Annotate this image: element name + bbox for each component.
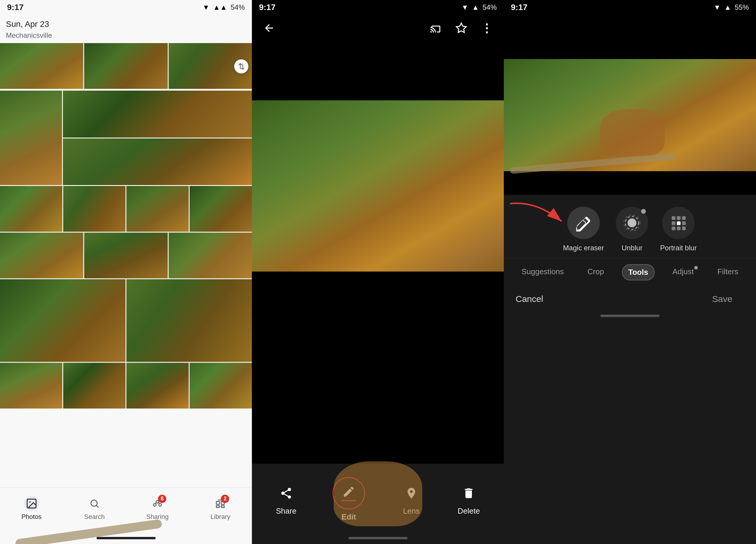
svg-point-12	[628, 219, 636, 227]
sharing-badge: 8	[158, 495, 166, 503]
delete-label: Delete	[458, 506, 480, 516]
more-button[interactable]: ⋮	[478, 20, 495, 36]
svg-rect-21	[682, 216, 686, 220]
photo-cell-6[interactable]	[63, 139, 252, 185]
photo-cell-16[interactable]	[0, 363, 62, 408]
photo-cell-4[interactable]	[0, 91, 62, 185]
svg-rect-17	[672, 227, 676, 231]
signal-icon-2: ▲	[472, 3, 479, 12]
date-label: Sun, Apr 23	[0, 15, 252, 31]
portrait-blur-icon	[669, 214, 687, 232]
edit-actions: Cancel Save	[504, 283, 756, 315]
status-bar-1: 9:17 ▼ ▲▲ 54%	[0, 0, 252, 15]
photo-cell-11[interactable]	[0, 233, 83, 278]
photos-grid-area: Sun, Apr 23 Mechanicsville ⇅	[0, 15, 252, 487]
edit-black-mid	[504, 171, 756, 195]
photo-cell-12[interactable]	[84, 233, 167, 278]
tab-suggestions[interactable]: Suggestions	[516, 264, 570, 280]
photo-cell-1[interactable]	[0, 43, 83, 89]
back-button[interactable]	[261, 20, 277, 36]
edit-panel: 9:17 ▼ ▲ 55%	[504, 0, 756, 544]
unblur-label: Unblur	[622, 244, 643, 252]
library-label: Library	[211, 513, 230, 521]
tab-adjust[interactable]: Adjust	[667, 264, 700, 280]
cancel-button[interactable]: Cancel	[516, 294, 543, 304]
scroll-button[interactable]: ⇅	[234, 59, 248, 74]
sharing-icon: 8	[150, 496, 165, 511]
share-label: Share	[276, 506, 296, 516]
photo-cell-14[interactable]	[0, 279, 126, 362]
svg-rect-23	[682, 227, 686, 231]
unblur-icon	[623, 214, 641, 232]
svg-point-2	[91, 500, 97, 506]
status-icons-2: ▼ ▲ 54%	[461, 3, 497, 12]
viewer-photo[interactable]	[252, 100, 504, 272]
red-arrow	[507, 198, 566, 230]
status-bar-2: 9:17 ▼ ▲ 54%	[252, 0, 504, 15]
viewer-toolbar-icons: ⋮	[428, 20, 495, 36]
photo-cell-5[interactable]	[63, 91, 252, 138]
home-indicator-area-3	[504, 315, 756, 329]
photo-cell-19[interactable]	[190, 363, 252, 408]
svg-marker-10	[456, 23, 466, 32]
viewer-black-bottom	[252, 272, 504, 464]
unblur-tool[interactable]: Unblur	[616, 207, 648, 252]
status-bar-3: 9:17 ▼ ▲ 55%	[504, 0, 756, 15]
photo-cell-9[interactable]	[126, 186, 189, 232]
status-icons-3: ▼ ▲ 55%	[713, 3, 749, 12]
photos-panel: 9:17 ▼ ▲▲ 54% Sun, Apr 23 Mechanicsville…	[0, 0, 252, 544]
photos-icon	[24, 496, 39, 511]
svg-rect-9	[221, 506, 224, 507]
magic-eraser-label: Magic eraser	[563, 244, 604, 252]
delete-icon	[458, 483, 479, 504]
status-icons-1: ▼ ▲▲ 54%	[203, 3, 245, 12]
battery-1: 54%	[231, 3, 245, 12]
photo-cell-2[interactable]	[84, 43, 167, 89]
portrait-blur-icon-circle	[662, 207, 695, 239]
time-1: 9:17	[7, 3, 24, 12]
home-indicator-area-2	[252, 535, 504, 544]
photo-cell-13[interactable]	[169, 233, 252, 278]
tab-filters[interactable]: Filters	[711, 264, 744, 280]
photo-cell-10[interactable]	[190, 186, 252, 232]
battery-2: 54%	[483, 3, 497, 12]
edit-photo[interactable]	[504, 59, 756, 171]
nav-library[interactable]: 2 Library	[189, 496, 252, 521]
nav-photos[interactable]: Photos	[0, 496, 63, 521]
cast-button[interactable]	[428, 20, 444, 36]
magic-eraser-icon-circle	[567, 207, 600, 239]
photo-cell-17[interactable]	[63, 363, 126, 408]
wifi-icon-3: ▼	[713, 3, 721, 12]
unblur-icon-circle	[616, 207, 648, 239]
photos-label: Photos	[21, 513, 42, 521]
favorite-button[interactable]	[453, 20, 470, 36]
tab-crop[interactable]: Crop	[581, 264, 610, 280]
photo-cell-18[interactable]	[126, 363, 189, 408]
time-2: 9:17	[259, 3, 276, 12]
portrait-blur-tool[interactable]: Portrait blur	[660, 207, 697, 252]
wifi-icon-2: ▼	[461, 3, 468, 12]
svg-rect-16	[672, 222, 676, 225]
tab-tools[interactable]: Tools	[622, 264, 655, 280]
photo-cell-15[interactable]	[126, 279, 252, 362]
delete-button[interactable]: Delete	[458, 483, 480, 516]
svg-rect-6	[216, 501, 220, 504]
viewer-black-top	[252, 41, 504, 100]
svg-rect-22	[682, 222, 686, 225]
svg-rect-8	[216, 506, 220, 507]
magic-eraser-tool[interactable]: Magic eraser	[563, 207, 604, 252]
unblur-dot	[641, 209, 646, 214]
battery-3: 55%	[735, 3, 749, 12]
library-badge: 2	[221, 495, 229, 503]
photo-cell-7[interactable]	[0, 186, 62, 232]
nav-search[interactable]: Search	[63, 496, 126, 521]
home-indicator-3	[600, 315, 659, 317]
photo-cell-8[interactable]	[63, 186, 126, 232]
save-button[interactable]: Save	[700, 289, 744, 309]
tools-grid: Magic eraser Unblur	[504, 195, 756, 258]
share-button[interactable]: Share	[276, 483, 296, 516]
tools-area: Magic eraser Unblur	[504, 195, 756, 544]
nav-sharing[interactable]: 8 Sharing	[126, 496, 189, 521]
location-label: Mechanicsville	[0, 31, 252, 43]
share-icon	[276, 483, 296, 504]
